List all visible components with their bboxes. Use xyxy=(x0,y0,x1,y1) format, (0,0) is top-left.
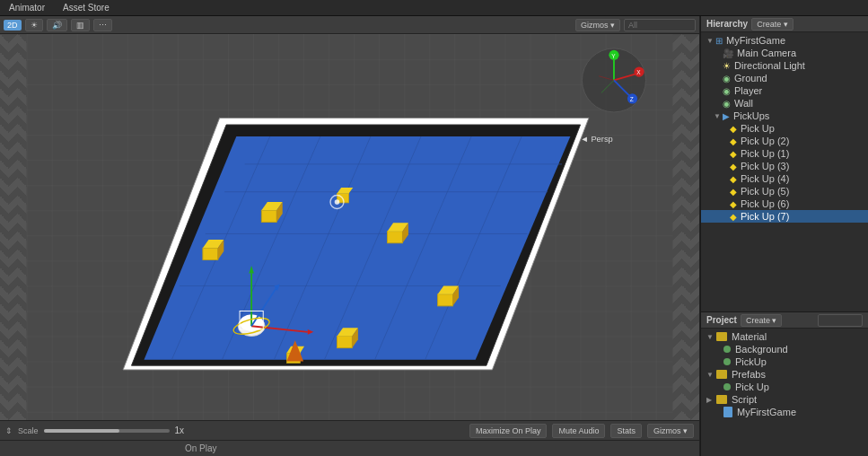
audio-icon[interactable]: 🔊 xyxy=(47,19,67,31)
folder-icon xyxy=(716,332,727,341)
project-item[interactable]: ▼Material xyxy=(701,330,868,343)
svg-text:X: X xyxy=(636,69,641,75)
hierarchy-item-icon: 🎥 xyxy=(723,48,733,58)
hierarchy-item[interactable]: ▼⊞MyFirstGame xyxy=(701,34,868,47)
hierarchy-item-label: Main Camera xyxy=(737,48,796,58)
hierarchy-item-icon: ◆ xyxy=(730,136,737,146)
material-icon xyxy=(723,346,731,353)
svg-rect-24 xyxy=(203,248,218,259)
svg-rect-18 xyxy=(388,232,403,243)
hierarchy-item[interactable]: ◉Wall xyxy=(701,97,868,110)
project-item[interactable]: Background xyxy=(701,343,868,355)
tab-animator[interactable]: Animator xyxy=(4,3,50,13)
hierarchy-item-label: PickUps xyxy=(733,110,769,121)
hierarchy-item[interactable]: ▼▶PickUps xyxy=(701,110,868,122)
hierarchy-item[interactable]: ◉Ground xyxy=(701,72,868,84)
hierarchy-panel: Hierarchy Create ▾ ▼⊞MyFirstGame 🎥Main C… xyxy=(701,16,868,312)
project-item-label: MyFirstGame xyxy=(737,407,796,417)
hierarchy-item-label: Player xyxy=(734,85,762,96)
scale-value: 1x xyxy=(175,425,185,435)
expand-arrow: ▶ xyxy=(706,396,714,404)
hierarchy-item[interactable]: ◆Pick Up (5) xyxy=(701,185,868,197)
hierarchy-item[interactable]: ◆Pick Up (3) xyxy=(701,160,868,172)
hierarchy-item-icon: ▶ xyxy=(723,111,730,121)
hierarchy-header: Hierarchy Create ▾ xyxy=(701,16,868,32)
expand-arrow: ▼ xyxy=(706,37,714,45)
hierarchy-list[interactable]: ▼⊞MyFirstGame 🎥Main Camera ☀Directional … xyxy=(701,32,868,311)
hierarchy-item-label: Pick Up (4) xyxy=(741,173,789,184)
hierarchy-item[interactable]: ◆Pick Up (1) xyxy=(701,147,868,160)
expand-arrow: ▼ xyxy=(706,371,714,379)
folder-icon xyxy=(716,395,727,404)
svg-point-35 xyxy=(335,199,340,205)
project-item[interactable]: PickUp xyxy=(701,355,868,368)
more-icon[interactable]: ⋯ xyxy=(93,19,112,31)
scene-panel: 2D ☀ 🔊 ▥ ⋯ Gizmos ▾ xyxy=(0,16,700,456)
hierarchy-item-icon: ◆ xyxy=(730,124,737,134)
hierarchy-create-button[interactable]: Create ▾ xyxy=(751,18,793,31)
material-icon xyxy=(723,358,731,365)
project-item-label: Prefabs xyxy=(732,369,766,380)
scale-slider-fill xyxy=(44,429,119,433)
project-item-label: Background xyxy=(735,344,788,355)
svg-text:Y: Y xyxy=(611,53,616,59)
hierarchy-item-label: Pick Up (3) xyxy=(741,161,789,171)
project-item-label: PickUp xyxy=(735,356,767,367)
hierarchy-item-label: Wall xyxy=(734,98,753,109)
project-create-button[interactable]: Create ▾ xyxy=(741,314,783,327)
fx-icon[interactable]: ▥ xyxy=(71,19,90,31)
right-panel: Hierarchy Create ▾ ▼⊞MyFirstGame 🎥Main C… xyxy=(700,16,868,456)
hierarchy-item[interactable]: ◆Pick Up (2) xyxy=(701,135,868,147)
project-title: Project xyxy=(706,315,737,325)
maximize-on-play-button[interactable]: Maximize On Play xyxy=(469,424,548,438)
file-icon xyxy=(723,407,732,417)
stats-button[interactable]: Stats xyxy=(610,424,642,438)
hierarchy-item[interactable]: ◆Pick Up xyxy=(701,122,868,135)
hierarchy-item-label: Ground xyxy=(734,73,767,83)
hierarchy-item-label: Directional Light xyxy=(734,60,805,71)
hierarchy-item[interactable]: ☀Directional Light xyxy=(701,59,868,72)
project-item-label: Script xyxy=(732,394,757,405)
svg-rect-27 xyxy=(337,337,352,348)
hierarchy-title: Hierarchy xyxy=(706,19,748,29)
prefab-icon xyxy=(723,383,731,390)
mute-audio-button[interactable]: Mute Audio xyxy=(552,424,605,438)
project-item[interactable]: ▶Script xyxy=(701,393,868,406)
hierarchy-item-icon: ◆ xyxy=(730,199,737,209)
project-item[interactable]: ▼Prefabs xyxy=(701,368,868,381)
on-play-label: On Play xyxy=(185,443,217,453)
main-area: 2D ☀ 🔊 ▥ ⋯ Gizmos ▾ xyxy=(0,16,868,456)
gizmos-bottom-button[interactable]: Gizmos ▾ xyxy=(647,424,694,438)
scene-toolbar: 2D ☀ 🔊 ▥ ⋯ Gizmos ▾ xyxy=(0,16,699,34)
scale-icon: ⇕ xyxy=(5,426,13,435)
scene-3d-view: Y X Z ◄ Persp xyxy=(0,34,699,420)
project-panel: Project Create ▾ ▼Material Background Pi… xyxy=(701,312,868,456)
hierarchy-item[interactable]: ◆Pick Up (4) xyxy=(701,172,868,185)
hierarchy-item-label: MyFirstGame xyxy=(726,35,785,46)
scene-bottom-bar: ⇕ Scale 1x Maximize On Play Mute Audio S… xyxy=(0,420,699,440)
gizmos-button[interactable]: Gizmos ▾ xyxy=(575,19,620,31)
scene-viewport[interactable]: Y X Z ◄ Persp xyxy=(0,34,699,420)
scale-slider[interactable] xyxy=(44,429,170,433)
project-list[interactable]: ▼Material Background PickUp▼Prefabs Pick… xyxy=(701,329,868,456)
2d-toggle[interactable]: 2D xyxy=(4,20,22,31)
folder-icon xyxy=(716,370,727,379)
project-search-input[interactable] xyxy=(818,314,863,327)
hierarchy-item[interactable]: ◆Pick Up (7) xyxy=(701,210,868,223)
svg-rect-15 xyxy=(261,210,276,222)
hierarchy-item-label: Pick Up xyxy=(741,123,775,134)
hierarchy-item-icon: ◆ xyxy=(730,174,737,184)
hierarchy-item[interactable]: ◆Pick Up (6) xyxy=(701,197,868,210)
hierarchy-item[interactable]: ◉Player xyxy=(701,84,868,97)
hierarchy-item-label: Pick Up (1) xyxy=(741,148,789,159)
project-item[interactable]: Pick Up xyxy=(701,381,868,393)
hierarchy-item[interactable]: 🎥Main Camera xyxy=(701,47,868,59)
scene-search-input[interactable] xyxy=(624,19,696,31)
scale-label: Scale xyxy=(18,426,39,435)
project-item[interactable]: MyFirstGame xyxy=(701,406,868,418)
hierarchy-item-label: Pick Up (6) xyxy=(741,198,789,209)
tab-asset-store[interactable]: Asset Store xyxy=(57,3,115,13)
on-play-bar: On Play xyxy=(0,440,699,456)
sun-icon[interactable]: ☀ xyxy=(25,19,43,31)
hierarchy-item-label: Pick Up (2) xyxy=(741,136,789,146)
